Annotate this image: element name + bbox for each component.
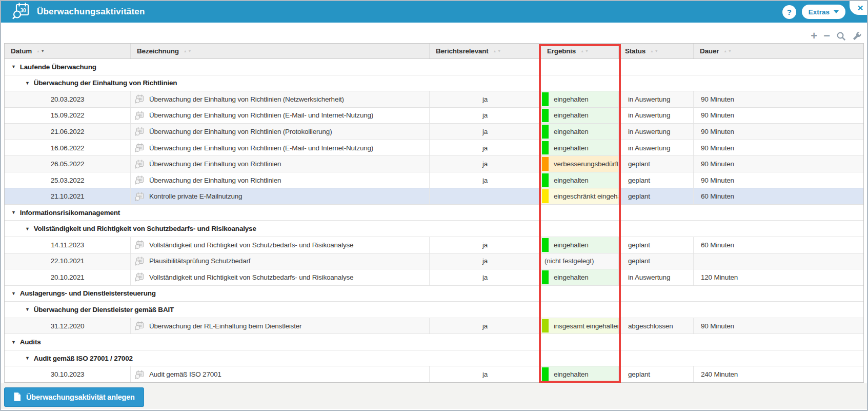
activity-calendar-icon: 30 (135, 111, 145, 120)
result-color-bar (542, 141, 549, 155)
collapse-triangle-icon[interactable]: ▼ (11, 340, 16, 345)
dauer-cell: 90 Minuten (694, 156, 863, 172)
sort-arrows-icon[interactable]: ▲▼ (723, 49, 731, 54)
group-label: Laufende Überwachung (20, 63, 96, 71)
sort-arrows-icon[interactable]: ▲▼ (36, 49, 44, 54)
minus-icon[interactable]: − (823, 30, 830, 42)
ergebnis-label: eingehalten (554, 273, 589, 281)
sort-arrows-icon[interactable]: ▲▼ (650, 49, 658, 54)
ergebnis-label: (nicht festgelegt) (544, 257, 594, 265)
column-label: Dauer (700, 47, 719, 55)
status-cell: geplant (619, 366, 694, 382)
datum-cell: 22.10.2021 (5, 253, 131, 269)
activity-calendar-icon: 30 (135, 257, 145, 266)
column-header-status[interactable]: Status ▲▼ (619, 44, 694, 58)
sort-desc-icon[interactable]: ▼ (585, 49, 589, 54)
result-color-bar (542, 319, 549, 333)
bezeichnung-cell: 30 Überwachung der Einhaltung von Richtl… (131, 91, 430, 107)
create-activity-button[interactable]: Überwachungsaktivität anlegen (4, 387, 144, 407)
activity-calendar-icon: 30 (135, 240, 145, 249)
sort-arrows-icon[interactable]: ▲▼ (493, 49, 501, 54)
column-label: Ergebnis (547, 47, 576, 55)
table-row[interactable]: 26.05.2022 30 Überwachung der Einhaltung… (5, 155, 863, 172)
group-row[interactable]: ▼ Überwachung der Einhaltung von Richtli… (5, 75, 863, 91)
table-row[interactable]: 20.03.2023 30 Überwachung der Einhaltung… (5, 91, 863, 107)
group-label: Auslagerungs- und Dienstleistersteuerung (20, 289, 156, 297)
activity-calendar-icon: 30 (135, 192, 145, 201)
sort-desc-icon[interactable]: ▼ (188, 49, 192, 54)
group-row[interactable]: ▼ Auslagerungs- und Dienstleistersteueru… (5, 285, 863, 302)
plus-icon[interactable]: + (811, 30, 817, 42)
table-row[interactable]: 25.03.2022 30 Überwachung der Einhaltung… (5, 172, 863, 188)
sort-asc-icon[interactable]: ▲ (493, 49, 497, 54)
table-row[interactable]: 20.10.2021 30 Vollständigkeit und Richti… (5, 269, 863, 285)
bezeichnung-label: Vollständigkeit und Richtigkeit von Schu… (149, 273, 353, 281)
wrench-icon[interactable] (852, 31, 862, 41)
sort-asc-icon[interactable]: ▲ (580, 49, 584, 54)
sort-asc-icon[interactable]: ▲ (650, 49, 654, 54)
sort-arrows-icon[interactable]: ▲▼ (580, 49, 588, 54)
column-header-bezeichnung[interactable]: Bezeichnung ▲▼ (131, 44, 430, 58)
grid-toolbar: + − (811, 30, 862, 42)
result-color-bar (542, 125, 549, 139)
bezeichnung-label: Vollständigkeit und Richtigkeit von Schu… (149, 241, 353, 249)
collapse-triangle-icon[interactable]: ▼ (25, 356, 30, 361)
bezeichnung-cell: 30 Audit gemäß ISO 27001 (131, 366, 430, 382)
result-color-bar (542, 189, 549, 203)
sort-asc-icon[interactable]: ▲ (36, 49, 40, 54)
column-header-ergebnis[interactable]: Ergebnis ▲▼ (541, 44, 619, 58)
column-label: Datum (11, 47, 32, 55)
table-row[interactable]: 21.10.2021 30 Kontrolle private E-Mailnu… (5, 188, 863, 204)
table-row[interactable]: 16.06.2022 30 Überwachung der Einhaltung… (5, 140, 863, 156)
status-cell: in Auswertung (619, 124, 694, 140)
group-row[interactable]: ▼ Vollständigkeit und Richtigkeit von Sc… (5, 220, 863, 237)
ergebnis-cell: eingehalten (541, 366, 619, 382)
collapse-triangle-icon[interactable]: ▼ (25, 226, 30, 231)
ergebnis-cell: eingeschränkt eingehalten (541, 188, 619, 204)
bezeichnung-cell: 30 Überwachung der Einhaltung von Richtl… (131, 124, 430, 140)
group-row[interactable]: ▼ Überwachung der Dienstleister gemäß BA… (5, 301, 863, 318)
collapse-triangle-icon[interactable]: ▼ (11, 210, 16, 215)
activity-calendar-icon: 30 (135, 321, 145, 330)
group-row[interactable]: ▼ Audit gemäß ISO 27001 / 27002 (5, 350, 863, 366)
search-icon[interactable] (836, 31, 846, 41)
activities-table: Datum ▲▼ Bezeichnung ▲▼ Berichtsrelevant… (4, 43, 864, 383)
group-row[interactable]: ▼ Laufende Überwachung (5, 59, 863, 75)
column-header-datum[interactable]: Datum ▲▼ (5, 44, 131, 58)
sort-desc-icon[interactable]: ▼ (655, 49, 658, 54)
sort-asc-icon[interactable]: ▲ (723, 49, 727, 54)
group-row[interactable]: ▼ Informationsrisikomanagement (5, 204, 863, 221)
help-button[interactable]: ? (782, 5, 796, 19)
sort-desc-icon[interactable]: ▼ (728, 49, 732, 54)
table-row[interactable]: 22.10.2021 30 Plausibilitätsprüfung Schu… (5, 253, 863, 269)
datum-cell: 31.12.2020 (5, 318, 131, 334)
column-header-berichtsrelevant[interactable]: Berichtsrelevant ▲▼ (430, 44, 541, 58)
collapse-triangle-icon[interactable]: ▼ (25, 81, 30, 86)
dauer-cell: 240 Minuten (694, 366, 863, 382)
titlebar-actions: ? Extras (782, 1, 845, 23)
table-row[interactable]: 15.09.2022 30 Überwachung der Einhaltung… (5, 107, 863, 124)
sort-arrows-icon[interactable]: ▲▼ (184, 49, 191, 54)
result-color-bar (542, 238, 549, 252)
sort-desc-icon[interactable]: ▼ (41, 49, 45, 54)
bezeichnung-cell: 30 Überwachung der Einhaltung von Richtl… (131, 156, 430, 172)
table-row[interactable]: 31.12.2020 30 Überwachung der RL-Einhalt… (5, 318, 863, 334)
collapse-triangle-icon[interactable]: ▼ (11, 291, 16, 296)
table-row[interactable]: 14.11.2023 30 Vollständigkeit und Richti… (5, 237, 863, 253)
extras-button[interactable]: Extras (802, 5, 845, 19)
column-header-dauer[interactable]: Dauer ▲▼ (694, 44, 863, 58)
status-cell: in Auswertung (619, 269, 694, 285)
dauer-cell: 60 Minuten (694, 188, 863, 204)
dauer-cell: 90 Minuten (694, 91, 863, 107)
footer-bar: Überwachungsaktivität anlegen (1, 383, 867, 409)
status-cell: in Auswertung (619, 91, 694, 107)
sort-asc-icon[interactable]: ▲ (184, 49, 187, 54)
collapse-triangle-icon[interactable]: ▼ (25, 307, 30, 312)
sort-desc-icon[interactable]: ▼ (497, 49, 501, 54)
table-row[interactable]: 30.10.2023 30 Audit gemäß ISO 27001 ja e… (5, 366, 863, 382)
table-row[interactable]: 21.06.2022 30 Überwachung der Einhaltung… (5, 123, 863, 140)
group-label: Überwachung der Dienstleister gemäß BAIT (34, 306, 174, 314)
table-body: ▼ Laufende Überwachung ▼ Überwachung der… (5, 59, 863, 382)
collapse-triangle-icon[interactable]: ▼ (11, 64, 16, 69)
group-row[interactable]: ▼ Audits (5, 334, 863, 350)
